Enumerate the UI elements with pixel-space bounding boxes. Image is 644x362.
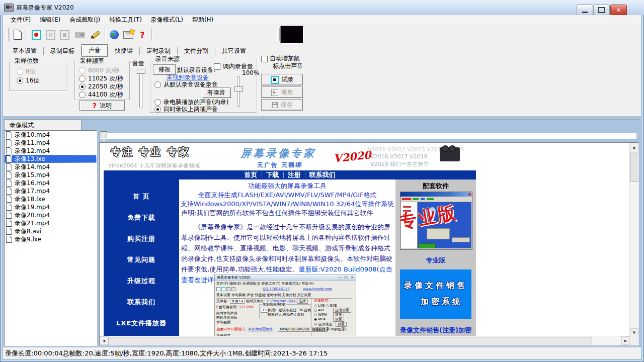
- nav-separator: [305, 172, 305, 178]
- pro-version-link[interactable]: 专业版: [395, 256, 476, 265]
- toolbar-gripper[interactable]: [6, 28, 9, 41]
- file-icon: [6, 236, 12, 243]
- tab-hotkeys[interactable]: 快捷键: [108, 45, 139, 57]
- mini-window-controls: — □ ✕: [338, 276, 355, 280]
- record-button[interactable]: [29, 27, 43, 42]
- menu-file[interactable]: 文件(F): [6, 15, 35, 25]
- horizontal-scrollbar[interactable]: ◀ ▶: [100, 336, 630, 345]
- menu-convert[interactable]: 转换工具(T): [105, 15, 146, 25]
- feedback-button[interactable]: [121, 27, 135, 42]
- radio-22050[interactable]: 22050 次/秒: [79, 82, 123, 91]
- preview-box: [280, 26, 303, 44]
- nav-register[interactable]: 注册: [288, 170, 301, 179]
- tab-other[interactable]: 其它设置: [215, 45, 253, 57]
- nav-download[interactable]: 下载: [266, 170, 279, 179]
- radio-source-both[interactable]: 同时录以上两项声音: [154, 105, 218, 114]
- minimize-button[interactable]: [577, 5, 593, 16]
- file-icon: [6, 147, 12, 154]
- file-row[interactable]: 录像16.mp4: [5, 179, 97, 187]
- file-row[interactable]: 录像14.mp4: [5, 163, 97, 171]
- file-row[interactable]: 录像17.mp4: [5, 187, 97, 195]
- horizontal-scroll-thumb[interactable]: [108, 337, 592, 345]
- mini-filename-label: 文件名:: [216, 299, 228, 303]
- vertical-scrollbar[interactable]: ▲ ▼: [629, 143, 638, 337]
- file-row[interactable]: 录像9.lxe: [5, 235, 97, 243]
- toolbar-gripper-2[interactable]: [277, 28, 280, 41]
- menu-record-mode[interactable]: 录像模式(L): [146, 15, 188, 25]
- file-row[interactable]: 录像21.mp4: [5, 219, 97, 227]
- menu-buy-register-link[interactable]: 购买注册: [104, 234, 179, 243]
- sound-settings-panel: 采样位数 8位 16位 采样频率 8000 次/秒 11025 次/秒 2205…: [3, 57, 641, 116]
- pen-tool-button[interactable]: [89, 27, 103, 42]
- file-row[interactable]: 录像10.mp4: [5, 131, 97, 139]
- help-button[interactable]: ?: [135, 27, 149, 42]
- scroll-right-button[interactable]: ▶: [621, 336, 630, 345]
- menu-faq-link[interactable]: 常见问题: [104, 255, 179, 264]
- mini-qq: QQ:176046113: [263, 287, 289, 291]
- file-icon: [6, 171, 12, 178]
- file-icon: [6, 179, 12, 187]
- nav-contact[interactable]: 联系我们: [309, 170, 336, 179]
- test-record-button[interactable]: 试录: [261, 74, 303, 85]
- scroll-down-button[interactable]: ▼: [630, 328, 638, 337]
- menu-edit[interactable]: 编辑(E): [35, 15, 65, 25]
- radio-16bit[interactable]: 16位: [17, 76, 39, 85]
- site-main-content: 功能最强大的屏幕录像工具 全面支持生成FLASH/EXE/AVI/WMV/FLV…: [179, 179, 395, 343]
- menu-home-link[interactable]: 首 页: [104, 192, 179, 201]
- recording-file-list[interactable]: 录像10.mp4 录像11.mp4 录像12.mp4 录像13.lxe 录像14…: [4, 130, 97, 346]
- record-mode-tab[interactable]: 录像模式: [4, 119, 82, 130]
- file-row[interactable]: 录像18.lxe: [5, 195, 97, 203]
- menu-help[interactable]: 帮助(H): [188, 15, 218, 25]
- source-volume-thumb[interactable]: [234, 86, 243, 92]
- site-since: since2004 十几年深耕屏幕录像领域: [109, 162, 200, 169]
- file-row[interactable]: 录像20.mp4: [5, 211, 97, 219]
- new-file-button[interactable]: [11, 27, 25, 42]
- menu-capture[interactable]: 合成截取(J): [65, 15, 105, 25]
- menu-lxe-player-link[interactable]: LXE文件播放器: [104, 319, 179, 328]
- radio-44100[interactable]: 44100 次/秒: [79, 90, 123, 99]
- volume-slider-thumb[interactable]: [137, 69, 145, 74]
- file-name: 录像19.mp4: [15, 203, 50, 212]
- volume-slider-track[interactable]: [139, 70, 142, 108]
- menu-contact-link[interactable]: 联系我们: [104, 298, 179, 307]
- promo-box[interactable]: 录像文件销售 加密系统: [400, 269, 471, 319]
- website-button[interactable]: [107, 27, 121, 42]
- menu-free-download-link[interactable]: 免费下载: [104, 213, 179, 222]
- pro-tooltip: [427, 228, 450, 239]
- scroll-left-button[interactable]: ◀: [100, 336, 108, 345]
- radio-8bit-label: 8位: [26, 67, 36, 76]
- play-button: ▶ 播放: [261, 86, 303, 98]
- file-row[interactable]: 录像11.mp4: [5, 139, 97, 147]
- pro-version-screenshot[interactable]: 专业版: [400, 192, 472, 250]
- tab-split[interactable]: 文件分割: [178, 45, 215, 57]
- radio-dot: [79, 75, 86, 82]
- playback-slider-thumb[interactable]: [101, 131, 107, 141]
- file-row[interactable]: 录像12.mp4: [5, 147, 97, 155]
- inner-volume-checkbox[interactable]: 调内录音量: [214, 62, 253, 71]
- tab-target[interactable]: 录制目标: [44, 45, 81, 57]
- menu-upgrade-link[interactable]: 升级过程: [104, 277, 179, 286]
- tab-basic[interactable]: 基本设置: [6, 45, 43, 57]
- file-row[interactable]: 录像15.mp4: [5, 171, 97, 179]
- file-name: 录像15.mp4: [15, 171, 50, 179]
- webcam-icon: [75, 32, 85, 38]
- nav-home[interactable]: 首页: [245, 170, 258, 179]
- radio-11025[interactable]: 11025 次/秒: [79, 74, 123, 83]
- file-row[interactable]: 录像19.mp4: [5, 203, 97, 211]
- tab-sound[interactable]: 声音: [82, 44, 108, 57]
- status-bar: 录像长度:00:00:04总帧数:20,速度:5帧/秒,宽度:1920,高度:1…: [3, 347, 641, 359]
- close-button[interactable]: ✕: [610, 5, 627, 16]
- scroll-up-button[interactable]: ▲: [630, 143, 638, 151]
- maximize-button[interactable]: [593, 5, 610, 16]
- file-icon: [6, 131, 12, 138]
- explain-button[interactable]: ? 说明: [79, 100, 125, 111]
- playback-slider-track[interactable]: [100, 133, 636, 139]
- mouse-click-checkbox[interactable]: [261, 56, 268, 62]
- vertical-scroll-thumb[interactable]: [630, 152, 639, 182]
- mini-fps: 15: [261, 308, 268, 313]
- file-row[interactable]: 录像8.avi: [5, 227, 97, 235]
- noise-button[interactable]: 有噪音: [202, 87, 231, 98]
- file-row-selected[interactable]: 录像13.lxe: [5, 155, 97, 163]
- encrypt-system-link[interactable]: 录像文件销售(注册)加密: [395, 326, 476, 335]
- source-volume-track[interactable]: [237, 76, 240, 107]
